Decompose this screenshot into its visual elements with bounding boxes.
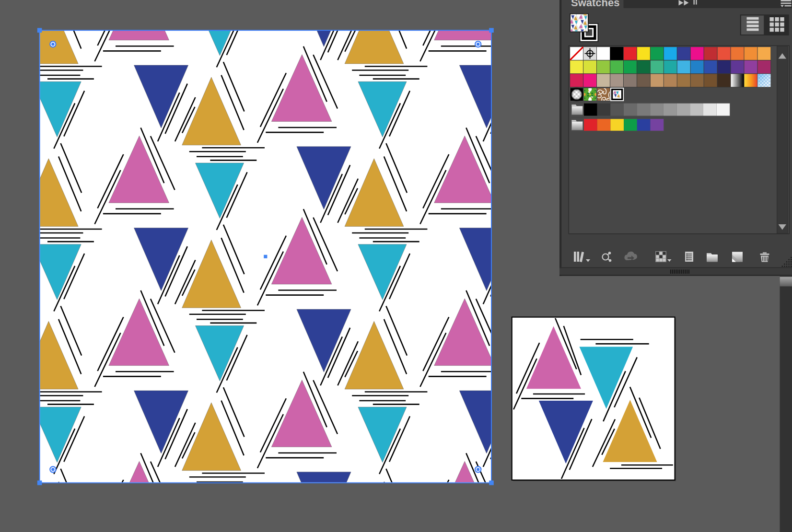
svg-text:Swatches: Swatches [571,0,620,9]
